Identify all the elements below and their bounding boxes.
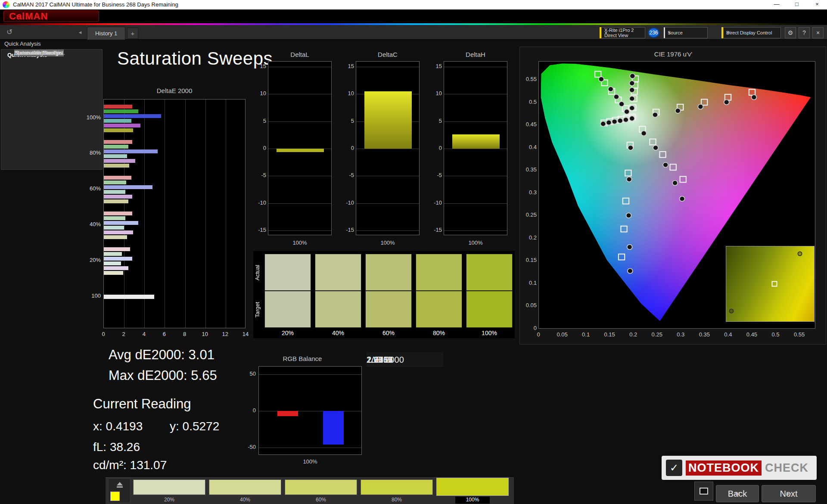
target-swatch-80%	[416, 291, 462, 328]
help-button[interactable]: ?	[799, 27, 810, 38]
x-tick-label: 2	[118, 331, 129, 337]
deltae-bar	[104, 185, 152, 189]
chart-title: DeltaH	[444, 51, 507, 58]
rgb-bar-blue	[323, 411, 344, 445]
pattern-swatch-label: 20%	[152, 497, 187, 504]
delta-bar	[277, 149, 324, 152]
deltae-bar	[104, 221, 138, 225]
sidebar-header: Quick Analysis	[4, 40, 41, 47]
swatch-label: 20%	[264, 330, 311, 336]
workspace-close-button[interactable]: ×	[812, 27, 824, 38]
table-row: ΔE 20002.01361.94662.17622.33542.6017	[367, 352, 443, 368]
deltae-bar	[104, 266, 128, 270]
y-tick-label: 0	[432, 145, 442, 151]
x-tick-label: 10	[200, 331, 210, 337]
deltae-bar	[104, 180, 126, 184]
y-tick-label: 0.05	[521, 302, 537, 308]
x-tick-label: 0.2	[625, 331, 642, 338]
deltal-plot	[268, 61, 332, 235]
y-tick-label: 0.25	[521, 212, 537, 218]
actual-swatch-20%	[264, 254, 311, 291]
y-tick-label: -10	[345, 199, 354, 206]
actual-target-swatch-panel: Actual Target 20%40%60%80%100%	[253, 251, 515, 338]
pattern-strip: 20%40%60%80%100%	[106, 476, 514, 504]
minimize-button[interactable]: —	[767, 0, 787, 9]
rgb-balance-chart: RGB Balance 100% 500-50	[239, 355, 365, 471]
tab-add-button[interactable]: +	[127, 28, 138, 39]
chevron-down-icon: ▼	[604, 31, 608, 35]
deltae-bar	[104, 199, 128, 203]
tab-history-1[interactable]: History 1	[87, 27, 125, 40]
table-cell: 2.6017	[367, 355, 393, 365]
deltae-bar	[104, 212, 132, 215]
deltae2000-plot	[103, 99, 246, 328]
meter-dropdown[interactable]: X-Rite i1Pro 2Direct View ▼	[601, 27, 645, 38]
pattern-display-button[interactable]	[694, 482, 713, 501]
y-tick-label: 20%	[65, 257, 101, 263]
pattern-swatch-80%[interactable]	[361, 479, 433, 495]
app-window: CalMAN 2017 CalMAN Ultimate for Business…	[0, 0, 827, 504]
deltae-bar	[104, 149, 158, 153]
inset-circle-marker	[798, 252, 802, 256]
deltae-bar	[104, 145, 128, 149]
display-control-dropdown[interactable]: Direct Display Control ▼	[723, 27, 781, 38]
measurement-count-badge[interactable]: 236	[648, 28, 659, 38]
x-tick-label: 0.4	[719, 331, 737, 338]
y-tick-label: 0.5	[521, 99, 537, 105]
deltae-bar	[104, 128, 133, 132]
settings-gear-button[interactable]: ⚙	[785, 27, 796, 38]
chart-title: DeltaE 2000	[103, 87, 246, 94]
source-dropdown[interactable]: Source ▼	[664, 27, 708, 38]
app-icon	[3, 1, 9, 8]
current-reading-heading: Current Reading	[93, 396, 191, 412]
close-button[interactable]: ×	[807, 0, 827, 9]
maximize-button[interactable]: □	[787, 0, 807, 9]
deltae-bar	[104, 114, 161, 118]
deltae-bar	[104, 154, 127, 158]
x-tick-label: 0.1	[577, 331, 594, 338]
back-button[interactable]: « Back	[716, 485, 759, 502]
x-tick-label: 0	[98, 331, 109, 337]
deltae-bar	[104, 257, 132, 261]
y-tick-label: 15	[432, 63, 442, 69]
y-tick-label: 15	[257, 63, 266, 69]
inset-square-marker	[772, 281, 777, 287]
x-tick-label: 8	[180, 331, 190, 337]
refresh-icon[interactable]: ↺	[4, 27, 15, 37]
deltah-plot	[444, 61, 507, 235]
x-tick-label: 12	[220, 331, 230, 337]
y-tick-label: -15	[345, 227, 354, 233]
actual-swatch-80%	[416, 254, 462, 291]
deltae-bar	[104, 164, 129, 168]
reading-y: y: 0.5272	[170, 420, 219, 433]
target-swatch-40%	[315, 291, 361, 328]
calman-logo-menu[interactable]: CalMAN ▼	[3, 10, 99, 22]
pattern-swatch-60%[interactable]	[285, 479, 357, 495]
y-tick-label: 0	[345, 145, 354, 151]
chart-title: CIE 1976 u'v'	[520, 50, 827, 58]
monitor-icon	[700, 488, 708, 495]
deltae2000-chart: DeltaE 2000 02468101214100%80%60%40%20%1…	[65, 87, 267, 345]
chart-title: DeltaC	[356, 51, 420, 58]
x-tick-label: 0.15	[601, 331, 618, 338]
y-tick-label: -15	[257, 227, 266, 233]
tab-bar: ↺ ◄ History 1 + X-Rite i1Pro 2Direct Vie…	[0, 25, 827, 40]
delta-bar	[364, 91, 412, 149]
y-tick-label: -15	[432, 227, 442, 233]
deltae-bar	[104, 261, 121, 265]
next-button[interactable]: Next »	[762, 485, 816, 502]
y-tick-label: 5	[345, 118, 354, 124]
y-tick-label: 50	[239, 370, 256, 377]
x-axis-label: 100%	[258, 458, 362, 465]
deltae-bar	[104, 190, 125, 194]
pattern-swatch-20%[interactable]	[133, 479, 205, 495]
x-tick-label: 0.3	[672, 331, 689, 338]
deltac-chart: DeltaC 100% 151050-5-10-15	[345, 51, 420, 249]
y-tick-label: -10	[432, 199, 442, 206]
chart-title: RGB Balance	[239, 355, 365, 362]
pattern-swatch-label: 60%	[304, 497, 338, 504]
pattern-swatch-40%[interactable]	[209, 479, 281, 495]
sidebar-collapse-button[interactable]: ◄	[76, 28, 84, 37]
y-tick-label: 60%	[65, 185, 101, 192]
pattern-swatch-100%[interactable]	[436, 478, 509, 496]
